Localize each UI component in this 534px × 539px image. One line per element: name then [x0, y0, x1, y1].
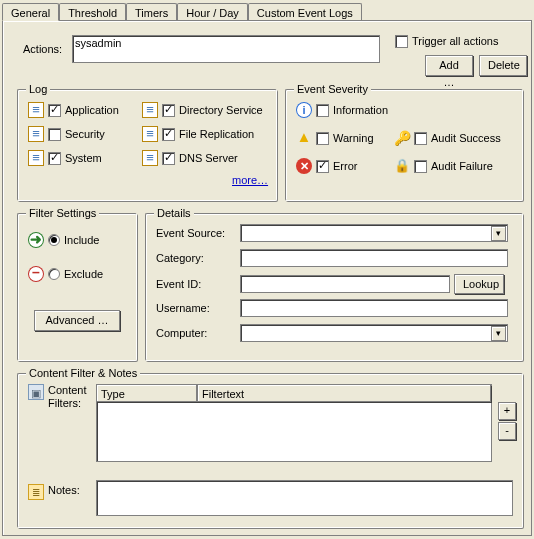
- info-icon: i: [296, 102, 312, 118]
- lock-icon: 🔒: [394, 158, 410, 174]
- event-source-label: Event Source:: [156, 227, 236, 240]
- error-label: Error: [333, 160, 357, 173]
- filter-add-button[interactable]: +: [498, 402, 516, 420]
- notes-field[interactable]: [96, 480, 513, 516]
- log-application-label: Application: [65, 104, 119, 117]
- category-field[interactable]: [240, 249, 508, 267]
- tab-custom-event-logs[interactable]: Custom Event Logs: [248, 3, 362, 21]
- log-dns-checkbox[interactable]: [162, 152, 175, 165]
- actions-label: Actions:: [23, 43, 68, 56]
- log-security-checkbox[interactable]: [48, 128, 61, 141]
- trigger-all-label: Trigger all actions: [412, 35, 498, 48]
- exclude-icon: –: [28, 266, 44, 282]
- tab-bar: General Threshold Timers Hour / Day Cust…: [0, 0, 534, 20]
- log-icon: [28, 102, 44, 118]
- actions-value: sysadmin: [75, 37, 121, 49]
- computer-combo[interactable]: ▾: [240, 324, 508, 342]
- tab-threshold[interactable]: Threshold: [59, 3, 126, 21]
- exclude-radio[interactable]: [48, 268, 60, 280]
- audit-failure-label: Audit Failure: [431, 160, 493, 173]
- log-icon: [142, 150, 158, 166]
- info-checkbox[interactable]: [316, 104, 329, 117]
- event-id-field[interactable]: [240, 275, 450, 293]
- log-icon: [28, 126, 44, 142]
- event-source-combo[interactable]: ▾: [240, 224, 508, 242]
- delete-button[interactable]: Delete: [479, 55, 527, 76]
- tab-general[interactable]: General: [2, 3, 59, 21]
- advanced-button[interactable]: Advanced …: [34, 310, 120, 331]
- event-id-label: Event ID:: [156, 278, 236, 291]
- audit-success-checkbox[interactable]: [414, 132, 427, 145]
- error-checkbox[interactable]: [316, 160, 329, 173]
- tab-timers[interactable]: Timers: [126, 3, 177, 21]
- notes-label: Notes:: [48, 484, 92, 497]
- log-group: Application Security System Directory Se…: [17, 89, 277, 201]
- log-file-replication-label: File Replication: [179, 128, 254, 141]
- log-security-label: Security: [65, 128, 105, 141]
- log-application-checkbox[interactable]: [48, 104, 61, 117]
- log-directory-label: Directory Service: [179, 104, 263, 117]
- log-directory-checkbox[interactable]: [162, 104, 175, 117]
- add-button[interactable]: Add …: [425, 55, 473, 76]
- computer-label: Computer:: [156, 327, 236, 340]
- include-label: Include: [64, 234, 99, 247]
- log-icon: [142, 126, 158, 142]
- include-radio[interactable]: [48, 234, 60, 246]
- audit-failure-checkbox[interactable]: [414, 160, 427, 173]
- error-icon: ✕: [296, 158, 312, 174]
- filter-remove-button[interactable]: -: [498, 422, 516, 440]
- filters-col-filtertext[interactable]: Filtertext: [197, 385, 491, 402]
- filter-icon: ▣: [28, 384, 44, 400]
- content-filters-label: Content Filters:: [48, 384, 92, 410]
- severity-group: i Information ▲ Warning ✕ Error 🔑 Audit …: [285, 89, 523, 201]
- log-system-checkbox[interactable]: [48, 152, 61, 165]
- warning-label: Warning: [333, 132, 374, 145]
- tab-panel-general: Actions: sysadmin Trigger all actions Ad…: [2, 20, 532, 536]
- username-label: Username:: [156, 302, 236, 315]
- filters-list[interactable]: Type Filtertext: [96, 384, 492, 462]
- warning-checkbox[interactable]: [316, 132, 329, 145]
- log-system-label: System: [65, 152, 102, 165]
- filters-col-type[interactable]: Type: [97, 385, 197, 402]
- tab-hour-day[interactable]: Hour / Day: [177, 3, 248, 21]
- category-label: Category:: [156, 252, 236, 265]
- warning-icon: ▲: [296, 130, 312, 146]
- lookup-button[interactable]: Lookup: [454, 274, 504, 294]
- info-label: Information: [333, 104, 388, 117]
- trigger-all-checkbox[interactable]: [395, 35, 408, 48]
- log-more-link[interactable]: more…: [232, 174, 268, 186]
- log-file-replication-checkbox[interactable]: [162, 128, 175, 141]
- audit-success-label: Audit Success: [431, 132, 501, 145]
- filter-settings-group: ➜ Include – Exclude Advanced …: [17, 213, 137, 361]
- note-icon: ≣: [28, 484, 44, 500]
- exclude-label: Exclude: [64, 268, 103, 281]
- actions-field[interactable]: sysadmin: [72, 35, 380, 63]
- chevron-down-icon[interactable]: ▾: [491, 326, 506, 341]
- log-dns-label: DNS Server: [179, 152, 238, 165]
- chevron-down-icon[interactable]: ▾: [491, 226, 506, 241]
- content-filter-group: ▣ Content Filters: Type Filtertext + - ≣…: [17, 373, 523, 528]
- log-icon: [142, 102, 158, 118]
- log-icon: [28, 150, 44, 166]
- key-icon: 🔑: [394, 130, 410, 146]
- details-group: Event Source: ▾ Category: Event ID: Look…: [145, 213, 523, 361]
- username-field[interactable]: [240, 299, 508, 317]
- include-icon: ➜: [28, 232, 44, 248]
